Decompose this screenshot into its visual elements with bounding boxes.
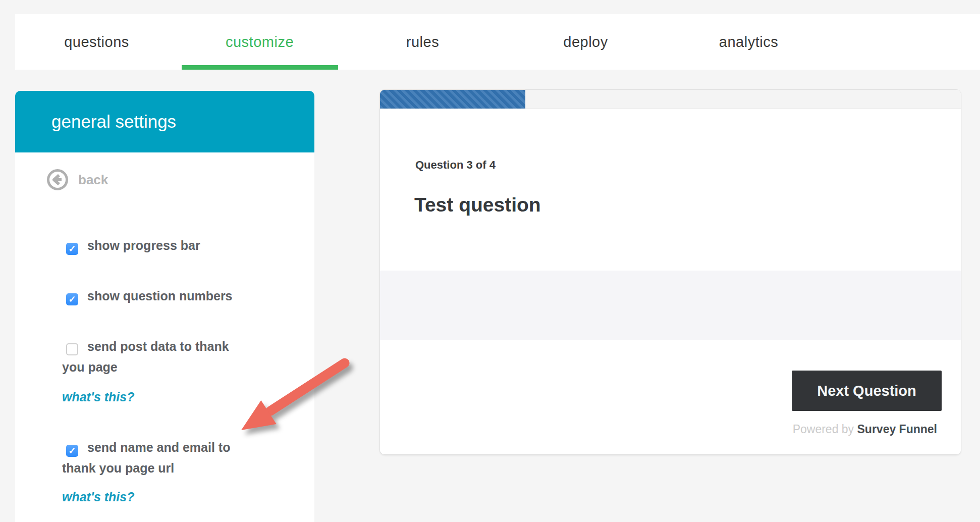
tab-label: deploy — [563, 34, 608, 50]
survey-preview-card: Question 3 of 4 Test question Next Quest… — [379, 89, 961, 455]
powered-by-brand: Survey Funnel — [857, 423, 937, 436]
option-label: send post data to thank you page — [62, 339, 229, 374]
progress-bar-fill — [380, 90, 525, 109]
question-area: Question 3 of 4 Test question — [380, 109, 961, 271]
tab-analytics[interactable]: analytics — [667, 14, 830, 70]
tab-label: analytics — [719, 34, 778, 50]
tab-rules[interactable]: rules — [341, 14, 504, 70]
whats-this-link-name-email[interactable]: what's this? — [62, 487, 134, 507]
option-label: show progress bar — [87, 238, 200, 252]
tab-questions[interactable]: questions — [15, 14, 178, 70]
option-label: show question numbers — [87, 289, 233, 303]
active-tab-underline — [182, 65, 338, 70]
back-label: back — [78, 172, 108, 188]
checkbox-send-name-email[interactable]: ✓ — [66, 445, 78, 457]
tab-deploy[interactable]: deploy — [504, 14, 667, 70]
powered-by: Powered by Survey Funnel — [793, 423, 937, 436]
checkbox-send-post-data[interactable]: ✓ — [66, 343, 78, 355]
top-navbar: questions customize rules deploy analyti… — [15, 14, 980, 70]
option-show-question-numbers[interactable]: ✓show question numbers — [62, 286, 254, 306]
sidebar-body: back ✓show progress bar ✓show question n… — [15, 152, 314, 522]
whats-this-link-post-data[interactable]: what's this? — [62, 387, 134, 407]
option-send-name-email[interactable]: ✓send name and email to thank you page u… — [62, 437, 254, 479]
powered-by-prefix: Powered by — [793, 423, 857, 436]
tab-label: customize — [226, 34, 294, 50]
tab-label: questions — [64, 34, 129, 50]
option-label: send name and email to thank you page ur… — [62, 440, 230, 475]
settings-sidebar: general settings back ✓show progress bar… — [15, 91, 314, 522]
option-send-post-data[interactable]: ✓send post data to thank you page — [62, 336, 254, 378]
tab-label: rules — [406, 34, 439, 50]
back-arrow-icon — [47, 169, 68, 190]
question-counter: Question 3 of 4 — [415, 158, 496, 173]
tab-customize[interactable]: customize — [178, 14, 341, 70]
progress-bar-track — [380, 90, 961, 109]
answers-band — [380, 271, 961, 340]
back-button[interactable]: back — [47, 169, 108, 190]
card-footer: Next Question Powered by Survey Funnel — [380, 340, 961, 455]
tab-strip: questions customize rules deploy analyti… — [15, 14, 830, 70]
option-show-progress-bar[interactable]: ✓show progress bar — [62, 235, 254, 256]
question-title: Test question — [414, 193, 541, 217]
sidebar-title: general settings — [15, 91, 314, 152]
checkbox-show-question-numbers[interactable]: ✓ — [66, 293, 78, 305]
next-question-button[interactable]: Next Question — [792, 371, 942, 411]
checkbox-show-progress-bar[interactable]: ✓ — [66, 243, 78, 255]
